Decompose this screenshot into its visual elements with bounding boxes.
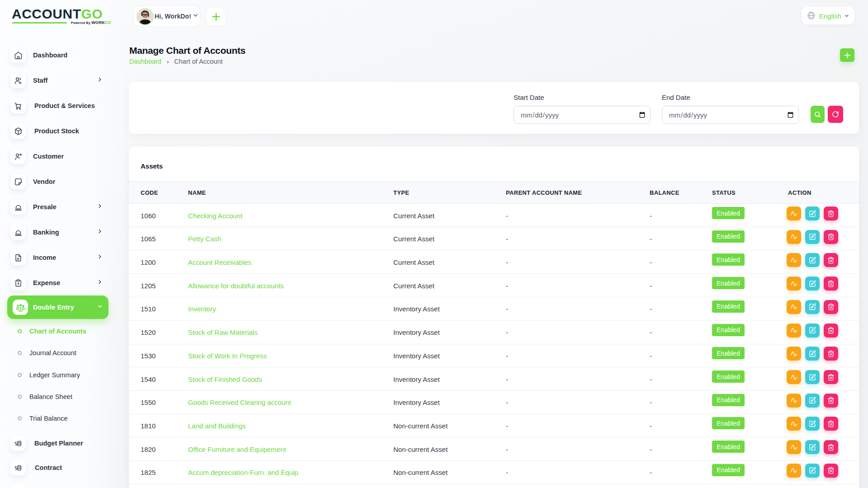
svg-text:$: $	[17, 281, 19, 285]
